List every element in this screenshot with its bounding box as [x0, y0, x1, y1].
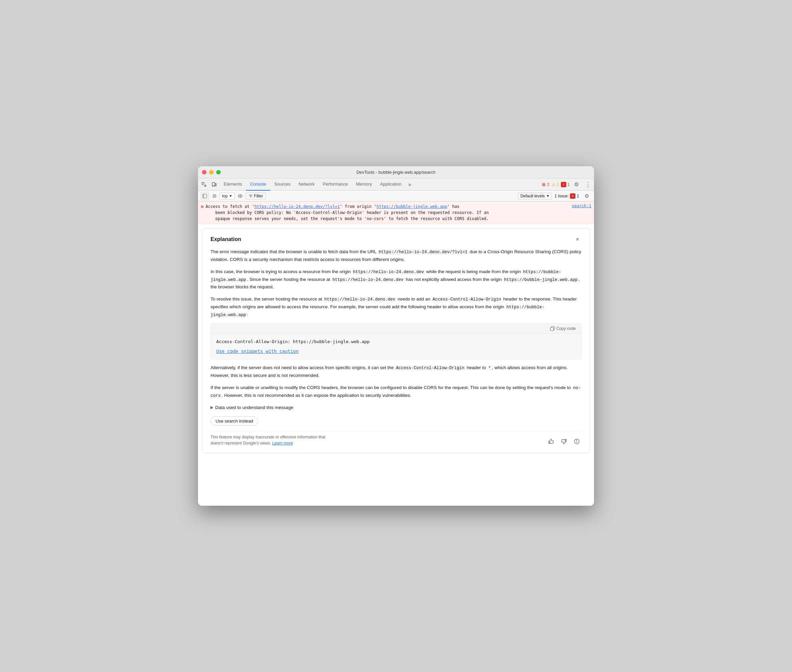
report-icon [574, 438, 580, 445]
svg-rect-19 [551, 328, 554, 331]
svg-rect-11 [203, 194, 207, 198]
devtools-main-toolbar: Elements Console Sources Network Perform… [198, 179, 594, 190]
svg-rect-1 [202, 182, 203, 184]
tab-application[interactable]: Application [376, 179, 406, 190]
explanation-body: The error message indicates that the bro… [211, 248, 581, 446]
copy-code-label: Copy code [557, 326, 576, 331]
devtools-window: DevTools - bubble-jingle.web.app/search [198, 166, 594, 506]
p1-url: https://hello-io-24.deno.dev/?lvl=1 [378, 250, 469, 255]
svg-rect-2 [204, 182, 204, 184]
explanation-p1: The error message indicates that the bro… [211, 248, 581, 263]
inspect-element-button[interactable] [200, 180, 209, 189]
use-search-button[interactable]: Use search instead [211, 416, 258, 426]
titlebar: DevTools - bubble-jingle.web.app/search [198, 166, 594, 179]
code-block-container: Copy code Access-Control-Allow-Origin: h… [211, 323, 581, 359]
tab-elements[interactable]: Elements [220, 179, 246, 190]
filter-button[interactable]: Filter [246, 193, 266, 200]
toolbar2-right: Default levels ▼ 1 Issue: ! 1 ⚙ [518, 191, 591, 201]
p4-code1: Access-Control-Allow-Origin [395, 365, 466, 371]
p2-code1: https://hello-io-24.deno.dev [352, 269, 425, 275]
error-source-link[interactable]: search:1 [572, 203, 591, 208]
chevron-down-icon: ▼ [546, 194, 549, 198]
window-title: DevTools - bubble-jingle.web.app/search [356, 170, 436, 175]
warning-badge: ⚠ 1 [551, 182, 559, 187]
error-url1-link[interactable]: https://hello-io-24.deno.dev/?lvl=1 [254, 204, 340, 209]
issue-icon: ! [561, 182, 566, 187]
code-caution-link[interactable]: Use code snippets with caution [216, 347, 299, 355]
settings-button[interactable]: ⚙ [572, 180, 581, 189]
error-circle-icon: ⊗ [201, 204, 203, 209]
chevron-down-icon: ▼ [229, 194, 233, 198]
error-circle-icon: ⊗ [541, 181, 546, 187]
sidebar-toggle-button[interactable] [201, 192, 209, 200]
error-message-text: Access to fetch at 'https://hello-io-24.… [206, 203, 570, 222]
p3-code3: https://bubble-jingle.web.app [211, 304, 544, 318]
console-toolbar: ⊘ top ▼ Filter Default levels ▼ [198, 190, 594, 202]
filter-label: Filter [254, 194, 263, 198]
explanation-p2: In this case, the browser is trying to a… [211, 268, 581, 291]
tab-sources[interactable]: Sources [270, 179, 295, 190]
explanation-panel: Explanation × The error message indicate… [202, 228, 590, 453]
thumbs-down-icon [561, 438, 567, 445]
thumbs-up-button[interactable] [546, 437, 556, 446]
p3-code1: https://hello-io-24.deno.dev [323, 297, 396, 302]
thumbs-up-icon [548, 438, 554, 445]
tab-memory[interactable]: Memory [352, 179, 376, 190]
copy-icon [550, 326, 555, 331]
close-explanation-button[interactable]: × [573, 235, 581, 243]
svg-rect-7 [204, 185, 205, 187]
minimize-button[interactable] [209, 170, 214, 174]
clear-console-button[interactable]: ⊘ [210, 192, 218, 200]
p2-code3: https://hello-io-24.deno.dev [332, 277, 404, 283]
maximize-button[interactable] [216, 170, 220, 174]
traffic-lights [202, 170, 220, 174]
copy-code-button[interactable]: Copy code [548, 325, 578, 331]
code-block-header: Copy code [211, 323, 581, 334]
p2-code4: https://bubble-jingle.web.app [503, 277, 579, 283]
thumbs-down-button[interactable] [559, 437, 568, 446]
code-snippet-text: Access-Control-Allow-Origin: https://bub… [216, 338, 576, 345]
svg-rect-9 [215, 184, 216, 186]
feedback-icons [546, 437, 581, 446]
toolbar-right: ⊗ 2 ⚠ 1 ! 1 ⚙ ⋮ [541, 180, 592, 189]
error-row: ⊗ Access to fetch at 'https://hello-io-2… [198, 202, 594, 224]
svg-point-22 [576, 442, 577, 443]
svg-point-14 [240, 195, 241, 197]
explanation-p4: Alternatively, if the server does not ne… [211, 364, 581, 379]
tab-more-button[interactable]: » [406, 179, 414, 190]
explanation-p5: If the server is unable or unwilling to … [211, 384, 581, 399]
default-levels-button[interactable]: Default levels ▼ [518, 193, 552, 200]
tab-network[interactable]: Network [295, 179, 319, 190]
svg-rect-3 [202, 184, 204, 185]
code-block-body: Access-Control-Allow-Origin: https://bub… [211, 334, 581, 359]
explanation-title: Explanation [211, 236, 241, 242]
console-settings-button[interactable]: ⚙ [582, 191, 591, 201]
tab-strip: Elements Console Sources Network Perform… [220, 179, 541, 190]
device-toolbar-button[interactable] [209, 180, 219, 189]
error-url2-link[interactable]: https://bubble-jingle.web.app [377, 204, 447, 209]
explanation-header: Explanation × [211, 235, 581, 243]
explanation-p3: To resolve this issue, the server hostin… [211, 296, 581, 318]
eye-button[interactable] [236, 192, 244, 200]
context-selector[interactable]: top ▼ [220, 193, 235, 200]
triangle-icon [211, 406, 213, 410]
tab-console[interactable]: Console [246, 179, 270, 190]
issue-icon-small: ! [570, 194, 575, 199]
p3-code2: Access-Control-Allow-Origin [431, 297, 502, 302]
learn-more-link[interactable]: Learn more [272, 441, 293, 445]
issues-badge: 1 Issue: ! 1 [554, 194, 579, 199]
more-options-button[interactable]: ⋮ [583, 180, 592, 189]
close-button[interactable] [202, 170, 206, 174]
disclaimer-text: This feature may display inaccurate or o… [211, 434, 339, 446]
console-content: ⊗ Access to fetch at 'https://hello-io-2… [198, 202, 594, 506]
error-badge: ⊗ 2 [541, 181, 549, 187]
p5-code: no-cors [211, 386, 581, 398]
disclaimer-row: This feature may display inaccurate or o… [211, 431, 581, 446]
p4-code2: * [487, 365, 492, 371]
data-used-toggle[interactable]: Data used to understand this message [211, 404, 581, 411]
tab-performance[interactable]: Performance [319, 179, 352, 190]
data-used-label: Data used to understand this message [215, 404, 293, 411]
warning-triangle-icon: ⚠ [551, 182, 556, 187]
report-button[interactable] [572, 437, 581, 446]
info-badge: ! 1 [561, 182, 570, 187]
